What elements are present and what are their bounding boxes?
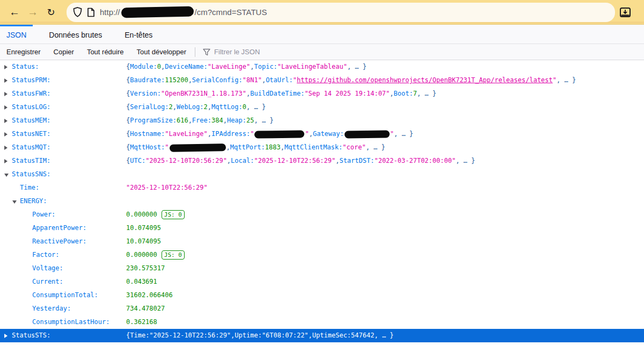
expand-all-button[interactable]: Tout développer <box>130 44 193 60</box>
json-row-Factor[interactable]: Factor:0.000000JS: 0 <box>0 248 644 262</box>
json-token: Topic: <box>254 60 277 74</box>
url-text[interactable]: http:// /cm?cmnd=STATUS <box>100 7 267 17</box>
collapse-all-button[interactable]: Tout réduire <box>80 44 130 60</box>
back-button[interactable]: ← <box>5 3 24 21</box>
json-value: { SerialLog: 2, WebLog: 2, MqttLog: 0, …… <box>126 100 266 114</box>
twisty-collapsed-icon[interactable] <box>4 119 12 123</box>
json-token: "Sep 14 2025 19:14:07" <box>304 87 390 100</box>
forward-button[interactable]: → <box>24 3 42 21</box>
json-token: " <box>165 141 169 154</box>
json-row-Time[interactable]: Time:"2025-12-10T22:56:29" <box>0 181 644 195</box>
json-key: ConsumptionTotal: <box>32 289 126 302</box>
json-value: 31602.066406 <box>126 289 173 302</box>
filter-funnel-icon <box>203 48 210 56</box>
json-token: "OpenBK7231N_1.18.173" <box>161 87 246 100</box>
json-token: 230.575317 <box>126 262 165 275</box>
json-tree: Status:{ Module: 0, DeviceName: "LaveLin… <box>0 60 644 342</box>
json-row-Status[interactable]: Status:{ Module: 0, DeviceName: "LaveLin… <box>0 60 644 74</box>
twisty-collapsed-icon[interactable] <box>4 334 12 338</box>
json-token: , … } <box>347 60 367 74</box>
json-key: ENERGY: <box>20 195 126 208</box>
json-token: MqttClientMask: <box>284 141 342 154</box>
json-token: { <box>126 87 130 100</box>
json-token: 0 <box>157 60 161 74</box>
twisty-collapsed-icon[interactable] <box>4 78 12 83</box>
json-token: " <box>390 127 394 141</box>
twisty-collapsed-icon[interactable] <box>4 146 12 150</box>
json-row-Current[interactable]: Current:0.043691 <box>0 275 644 289</box>
save-button[interactable]: Enregistrer <box>0 44 47 60</box>
json-token: , … } <box>366 141 385 154</box>
json-key: Yesterday: <box>32 302 126 315</box>
json-token: "2022-03-27T02:00:00" <box>374 154 456 168</box>
json-row-ConsumptionTotal[interactable]: ConsumptionTotal:31602.066406 <box>0 289 644 302</box>
json-row-StatusSNS[interactable]: StatusSNS: <box>0 168 644 181</box>
json-row-Yesterday[interactable]: Yesterday:734.478027 <box>0 302 644 315</box>
json-token: , <box>250 60 254 74</box>
json-row-StatusPRM[interactable]: StatusPRM:{ Baudrate: 115200, SerialConf… <box>0 74 644 87</box>
json-key: StatusSNS: <box>12 168 126 181</box>
json-row-Power[interactable]: Power:0.000000JS: 0 <box>0 208 644 221</box>
twisty-collapsed-icon[interactable] <box>4 92 12 96</box>
json-token: IPAddress: <box>211 127 250 141</box>
copy-button[interactable]: Copier <box>47 44 80 60</box>
redaction-blob <box>345 130 390 138</box>
json-token: , <box>173 100 177 114</box>
filter-area <box>197 48 332 56</box>
twisty-collapsed-icon[interactable] <box>4 105 12 110</box>
json-row-StatusNET[interactable]: StatusNET:{ Hostname: "LaveLinge", IPAdd… <box>0 127 644 141</box>
json-token: MqttHost: <box>130 141 165 154</box>
tab-json[interactable]: JSON <box>0 25 33 44</box>
json-token: 2 <box>204 100 208 114</box>
json-row-StatusMEM[interactable]: StatusMEM:{ ProgramSize: 616, Free: 384,… <box>0 114 644 127</box>
json-row-ENERGY[interactable]: ENERGY: <box>0 195 644 208</box>
json-key: StatusMQT: <box>12 141 126 154</box>
page-info-icon[interactable] <box>87 8 95 17</box>
json-value: { UTC: "2025-12-10T20:56:29", Local: "20… <box>126 154 475 168</box>
json-token: , <box>309 127 313 141</box>
json-row-StatusFWR[interactable]: StatusFWR:{ Version: "OpenBK7231N_1.18.1… <box>0 87 644 100</box>
json-row-Voltage[interactable]: Voltage:230.575317 <box>0 262 644 275</box>
json-token: , <box>227 154 231 168</box>
json-token: , <box>161 60 165 74</box>
json-key: Power: <box>32 208 126 221</box>
json-key: Voltage: <box>32 262 126 275</box>
json-value: 10.074095 <box>126 221 161 235</box>
json-token: Local: <box>231 154 254 168</box>
twisty-expanded-icon[interactable] <box>12 199 20 204</box>
json-row-StatusLOG[interactable]: StatusLOG:{ SerialLog: 2, WebLog: 2, Mqt… <box>0 100 644 114</box>
tab-headers[interactable]: En-têtes <box>118 25 159 44</box>
reload-button[interactable]: ↻ <box>42 3 60 21</box>
twisty-expanded-icon[interactable] <box>4 172 12 177</box>
json-token: , <box>188 74 192 87</box>
json-token: "LaveLinge" <box>208 60 250 74</box>
json-token: , <box>208 100 211 114</box>
json-token: "8N1" <box>243 74 262 87</box>
json-row-ConsumptionLastHour[interactable]: ConsumptionLastHour:0.362168 <box>0 315 644 329</box>
json-value: 0.000000JS: 0 <box>126 248 185 262</box>
json-row-ApparentPower[interactable]: ApparentPower:10.074095 <box>0 221 644 235</box>
json-token: 0.362168 <box>126 315 157 329</box>
filter-json-input[interactable] <box>214 48 332 56</box>
json-token: , … } <box>417 87 436 100</box>
shield-icon[interactable] <box>73 7 82 17</box>
json-row-StatusMQT[interactable]: StatusMQT:{ MqttHost: ", MqttPort: 1883,… <box>0 141 644 154</box>
downloads-button[interactable] <box>619 6 631 18</box>
json-row-StatusSTS[interactable]: StatusSTS:{ Time: "2025-12-10T22:56:29",… <box>0 329 644 342</box>
json-token: 0.000000 <box>126 248 157 262</box>
tab-raw-data[interactable]: Données brutes <box>42 25 108 44</box>
tree-bottom-padding <box>0 342 644 345</box>
json-row-StatusTIM[interactable]: StatusTIM:{ UTC: "2025-12-10T20:56:29", … <box>0 154 644 168</box>
json-token: MqttLog: <box>211 100 243 114</box>
twisty-collapsed-icon[interactable] <box>4 159 12 163</box>
js-value-badge: JS: 0 <box>162 210 185 219</box>
twisty-collapsed-icon[interactable] <box>4 65 12 69</box>
url-bar[interactable]: http:// /cm?cmnd=STATUS <box>67 3 615 22</box>
twisty-collapsed-icon[interactable] <box>4 132 12 136</box>
json-viewer-tabbar: JSON Données brutes En-têtes <box>0 25 644 44</box>
json-token: Free: <box>192 114 211 127</box>
json-token: BuildDateTime: <box>250 87 304 100</box>
json-row-ReactivePower[interactable]: ReactivePower:10.074095 <box>0 235 644 248</box>
json-token: , <box>246 87 250 100</box>
ota-url-link[interactable]: https://github.com/openshwprojects/OpenB… <box>297 74 553 87</box>
